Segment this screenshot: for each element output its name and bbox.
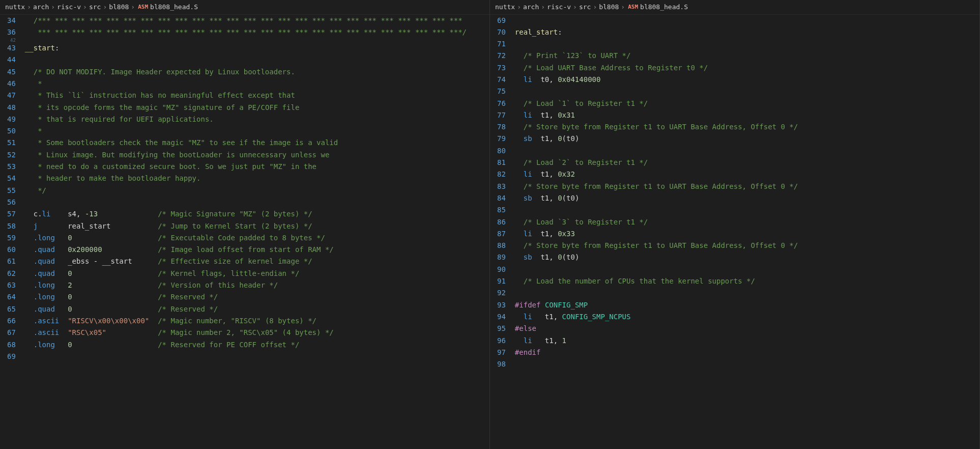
breadcrumb-segment[interactable]: bl808 bbox=[599, 2, 619, 12]
code-line[interactable]: __start: bbox=[25, 42, 489, 54]
code-line[interactable]: .quad 0 /* Reserved */ bbox=[25, 303, 489, 315]
breadcrumb-segment[interactable]: bl808 bbox=[109, 2, 129, 12]
code-line[interactable] bbox=[515, 38, 979, 50]
code-line[interactable] bbox=[515, 287, 979, 299]
breadcrumb-segment[interactable]: arch bbox=[523, 2, 539, 12]
code-line[interactable]: .ascii "RISCV\x00\x00\x00" /* Magic numb… bbox=[25, 315, 489, 327]
line-number: 81 bbox=[497, 157, 506, 169]
code-line[interactable]: * header to make the bootloader happy. bbox=[25, 173, 489, 184]
breadcrumb-right[interactable]: nuttx› arch› risc-v› src› bl808› ASM bl8… bbox=[490, 0, 979, 15]
code-line[interactable] bbox=[515, 358, 979, 370]
line-number: 53 bbox=[7, 161, 16, 173]
line-number: 68 bbox=[7, 339, 16, 351]
code-line[interactable]: /* Load the number of CPUs that the kern… bbox=[515, 275, 979, 287]
line-number: 82 bbox=[497, 169, 506, 180]
breadcrumb-segment[interactable]: risc-v bbox=[547, 2, 571, 12]
breadcrumb-file[interactable]: bl808_head.S bbox=[150, 2, 198, 12]
code-line[interactable]: /* Store byte from Register t1 to UART B… bbox=[515, 121, 979, 133]
code-line[interactable]: li t1, 0x31 bbox=[515, 109, 979, 121]
breadcrumb-segment[interactable]: arch bbox=[33, 2, 49, 12]
code-line[interactable] bbox=[25, 351, 489, 362]
line-number: 94 bbox=[497, 311, 506, 323]
line-number: 66 bbox=[7, 315, 16, 327]
code-line[interactable] bbox=[515, 264, 979, 275]
code-editor-left[interactable]: 3436424344454647484950515253545556575859… bbox=[0, 15, 489, 450]
code-line[interactable]: sb t1, 0(t0) bbox=[515, 251, 979, 263]
code-line[interactable]: .long 0 /* Reserved */ bbox=[25, 291, 489, 303]
code-lines-left[interactable]: /*** *** *** *** *** *** *** *** *** ***… bbox=[25, 15, 489, 450]
code-editor-right[interactable]: 6970717273747576777879808182838485868788… bbox=[490, 15, 979, 450]
code-line[interactable]: sb t1, 0(t0) bbox=[515, 133, 979, 145]
breadcrumb-segment[interactable]: nuttx bbox=[495, 2, 515, 12]
code-line[interactable] bbox=[515, 86, 979, 97]
line-number: 92 bbox=[497, 287, 506, 299]
code-line[interactable]: j real_start /* Jump to Kernel Start (2 … bbox=[25, 220, 489, 232]
code-line[interactable]: * bbox=[25, 78, 489, 90]
line-number: 76 bbox=[497, 98, 506, 109]
gutter-left: 3436424344454647484950515253545556575859… bbox=[0, 15, 25, 450]
code-line[interactable]: */ bbox=[25, 185, 489, 197]
code-line[interactable]: .quad _ebss - __start /* Effective size … bbox=[25, 256, 489, 267]
breadcrumb-file[interactable]: bl808_head.S bbox=[640, 2, 688, 12]
breadcrumb-left[interactable]: nuttx› arch› risc-v› src› bl808› ASM bl8… bbox=[0, 0, 489, 15]
code-line[interactable]: /*** *** *** *** *** *** *** *** *** ***… bbox=[25, 15, 489, 26]
breadcrumb-segment[interactable]: risc-v bbox=[57, 2, 81, 12]
code-line[interactable]: li t1, CONFIG_SMP_NCPUS bbox=[515, 311, 979, 323]
code-line[interactable]: .long 0 /* Reserved for PE COFF offset *… bbox=[25, 339, 489, 351]
line-number: 59 bbox=[7, 232, 16, 244]
breadcrumb-segment[interactable]: nuttx bbox=[5, 2, 25, 12]
code-line[interactable]: sb t1, 0(t0) bbox=[515, 192, 979, 204]
line-number: 69 bbox=[497, 15, 506, 26]
code-line[interactable]: .quad 0x200000 /* Image load offset from… bbox=[25, 244, 489, 256]
code-line[interactable] bbox=[515, 15, 979, 26]
line-number: 75 bbox=[497, 86, 506, 97]
code-line[interactable]: *** *** *** *** *** *** *** *** *** *** … bbox=[25, 26, 489, 38]
code-line[interactable]: li t0, 0x04140000 bbox=[515, 74, 979, 86]
code-line[interactable]: * Some bootloaders check the magic "MZ" … bbox=[25, 137, 489, 149]
breadcrumb-segment[interactable]: src bbox=[89, 2, 101, 12]
code-line[interactable]: /* Store byte from Register t1 to UART B… bbox=[515, 240, 979, 251]
code-line[interactable]: /* Load UART Base Address to Register t0… bbox=[515, 62, 979, 74]
code-line[interactable]: * This `li` instruction has no meaningfu… bbox=[25, 90, 489, 101]
code-line[interactable] bbox=[25, 54, 489, 66]
code-line[interactable]: * its opcode forms the magic "MZ" signat… bbox=[25, 102, 489, 114]
code-line[interactable] bbox=[25, 38, 489, 42]
code-line[interactable]: /* Load `3` to Register t1 */ bbox=[515, 216, 979, 228]
code-line[interactable]: #else bbox=[515, 323, 979, 334]
breadcrumb-segment[interactable]: src bbox=[579, 2, 591, 12]
line-number: 89 bbox=[497, 251, 506, 263]
code-line[interactable]: .ascii "RSC\x05" /* Magic number 2, "RSC… bbox=[25, 327, 489, 339]
code-line[interactable]: /* Load `2` to Register t1 */ bbox=[515, 157, 979, 169]
code-line[interactable]: /* DO NOT MODIFY. Image Header expected … bbox=[25, 66, 489, 78]
line-number: 56 bbox=[7, 197, 16, 208]
chevron-right-icon: › bbox=[51, 2, 55, 12]
line-number: 51 bbox=[7, 137, 16, 149]
code-line[interactable]: /* Load `1` to Register t1 */ bbox=[515, 98, 979, 109]
code-line[interactable]: .quad 0 /* Kernel flags, little-endian *… bbox=[25, 268, 489, 279]
code-line[interactable]: * need to do a customized secure boot. S… bbox=[25, 161, 489, 173]
code-line[interactable]: c.li s4, -13 /* Magic Signature "MZ" (2 … bbox=[25, 208, 489, 220]
code-line[interactable]: .long 0 /* Executable Code padded to 8 b… bbox=[25, 232, 489, 244]
line-number: 86 bbox=[497, 216, 506, 228]
code-line[interactable]: * bbox=[25, 125, 489, 137]
code-lines-right[interactable]: real_start: /* Print `123` to UART */ /*… bbox=[515, 15, 979, 450]
code-line[interactable] bbox=[515, 145, 979, 157]
code-line[interactable] bbox=[515, 204, 979, 216]
line-number: 98 bbox=[497, 358, 506, 370]
code-line[interactable]: real_start: bbox=[515, 26, 979, 38]
code-line[interactable]: li t1, 0x33 bbox=[515, 228, 979, 240]
code-line[interactable]: * Linux image. But modifying the bootLoa… bbox=[25, 149, 489, 161]
line-number: 62 bbox=[7, 268, 16, 279]
code-line[interactable]: /* Print `123` to UART */ bbox=[515, 50, 979, 62]
code-line[interactable]: * that is required for UEFI applications… bbox=[25, 114, 489, 125]
code-line[interactable]: #ifdef CONFIG_SMP bbox=[515, 299, 979, 311]
line-number: 44 bbox=[7, 54, 16, 66]
code-line[interactable]: #endif bbox=[515, 347, 979, 358]
code-line[interactable]: /* Store byte from Register t1 to UART B… bbox=[515, 181, 979, 192]
code-line[interactable]: li t1, 1 bbox=[515, 335, 979, 347]
code-line[interactable] bbox=[25, 197, 489, 208]
line-number: 93 bbox=[497, 299, 506, 311]
code-line[interactable]: li t1, 0x32 bbox=[515, 169, 979, 180]
code-line[interactable]: .long 2 /* Version of this header */ bbox=[25, 279, 489, 291]
line-number: 67 bbox=[7, 327, 16, 339]
